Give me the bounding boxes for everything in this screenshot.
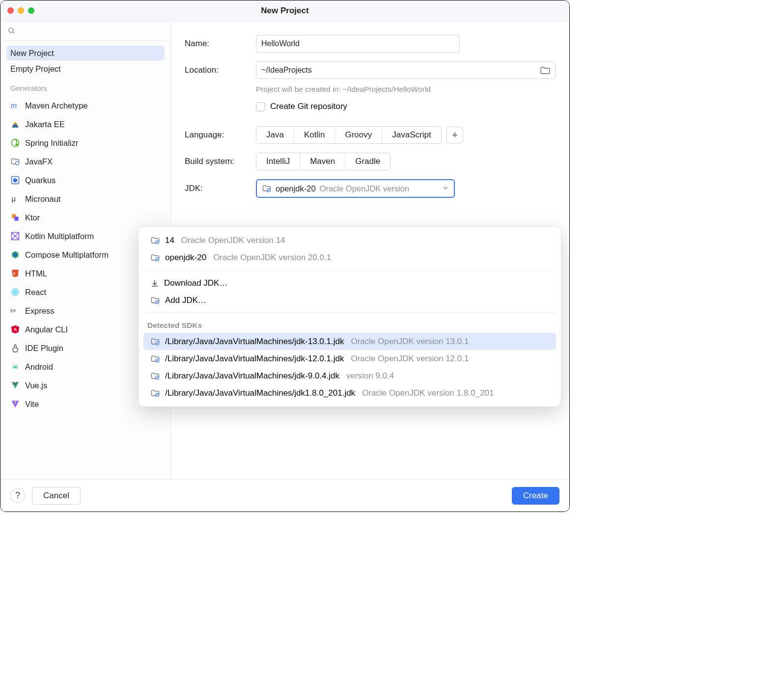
maximize-window-button[interactable] [28, 7, 34, 14]
generator-label: Vite [25, 400, 39, 409]
jdk-dropdown-popup: 14Oracle OpenJDK version 14openjdk-20Ora… [138, 226, 561, 407]
generator-label: Quarkus [25, 176, 56, 185]
sidebar-item-project[interactable]: New Project [6, 46, 165, 60]
react-icon [10, 287, 20, 297]
dialog-footer: ? Cancel Create [0, 479, 569, 512]
window-controls [7, 7, 34, 14]
search-bar[interactable] [0, 21, 170, 41]
jdk-icon [150, 371, 160, 381]
detected-sdk-option[interactable]: /Library/Java/JavaVirtualMachines/jdk-12… [143, 350, 556, 367]
svg-point-0 [9, 28, 13, 32]
micronaut-icon: μ [10, 194, 20, 204]
detected-sdks-header: Detected SDKs [140, 317, 559, 333]
svg-point-5 [16, 162, 19, 165]
generator-label: Maven Archetype [25, 101, 88, 110]
jdk-option[interactable]: 14Oracle OpenJDK version 14 [143, 232, 556, 249]
svg-point-22 [14, 367, 15, 368]
build-segmented: IntelliJMavenGradle [256, 153, 390, 170]
jdk-icon [150, 388, 160, 398]
jdk-icon [150, 354, 160, 364]
create-button[interactable]: Create [512, 487, 559, 505]
close-window-button[interactable] [7, 7, 14, 14]
svg-line-25 [17, 365, 18, 366]
ktor-icon [10, 213, 20, 222]
plus-icon [450, 131, 459, 139]
language-option[interactable]: Kotlin [294, 127, 335, 143]
compose-icon [10, 250, 20, 260]
download-jdk-item[interactable]: Download JDK… [143, 274, 556, 292]
sidebar-item-project[interactable]: Empty Project [6, 61, 165, 76]
svg-text:A: A [14, 327, 17, 332]
minimize-window-button[interactable] [18, 7, 24, 14]
jdk-label: JDK: [185, 184, 256, 193]
language-label: Language: [185, 130, 256, 140]
generator-label: Express [25, 306, 55, 316]
generator-label: Angular CLI [25, 325, 68, 334]
jdk-selected-name: openjdk-20 [276, 184, 316, 193]
build-option[interactable]: IntelliJ [256, 153, 300, 170]
location-hint: Project will be created in: ~/IdeaProjec… [256, 85, 556, 94]
language-option[interactable]: Java [256, 127, 294, 143]
generator-label: Micronaut [25, 194, 60, 204]
jdk-option[interactable]: openjdk-20Oracle OpenJDK version 20.0.1 [143, 249, 556, 266]
name-label: Name: [185, 39, 256, 49]
git-checkbox[interactable]: Create Git repository [256, 102, 556, 111]
detected-sdk-option[interactable]: /Library/Java/JavaVirtualMachines/jdk1.8… [143, 384, 556, 402]
jdk-icon [150, 296, 160, 305]
dropdown-separator [143, 270, 556, 270]
detected-sdk-option[interactable]: /Library/Java/JavaVirtualMachines/jdk-13… [143, 333, 556, 350]
location-label: Location: [185, 65, 256, 75]
download-icon [150, 279, 159, 288]
generator-label: Spring Initializr [25, 138, 78, 148]
browse-folder-button[interactable] [539, 65, 551, 77]
svg-point-4 [16, 144, 19, 146]
jdk-icon [150, 337, 160, 347]
plugin-icon [10, 343, 20, 353]
generator-item[interactable]: JavaFX [6, 152, 165, 171]
svg-point-18 [15, 292, 16, 293]
build-label: Build system: [185, 157, 256, 166]
language-option[interactable]: JavaScript [382, 127, 441, 143]
jdk-selected-desc: Oracle OpenJDK version [320, 184, 410, 193]
build-option[interactable]: Maven [300, 153, 345, 170]
generator-label: React [25, 288, 46, 297]
chevron-down-icon [442, 184, 449, 193]
generators-header: Generators [6, 77, 165, 96]
detected-sdk-option[interactable]: /Library/Java/JavaVirtualMachines/jdk-9.… [143, 367, 556, 384]
angular-icon: A [10, 324, 20, 334]
jdk-icon [150, 253, 160, 263]
add-jdk-item[interactable]: Add JDK… [143, 292, 556, 309]
location-input[interactable]: ~/IdeaProjects [256, 61, 556, 79]
language-option[interactable]: Groovy [335, 127, 382, 143]
svg-text:m: m [11, 101, 17, 109]
svg-point-23 [16, 367, 17, 368]
add-language-button[interactable] [446, 127, 463, 143]
name-input[interactable]: HelloWorld [256, 35, 460, 53]
jdk-dropdown[interactable]: openjdk-20 Oracle OpenJDK version [256, 179, 455, 198]
jakarta-icon [10, 119, 20, 129]
svg-line-1 [13, 32, 14, 33]
generator-item[interactable]: Quarkus [6, 171, 165, 189]
cancel-button[interactable]: Cancel [32, 487, 81, 505]
jdk-icon [150, 236, 160, 245]
svg-line-24 [13, 365, 14, 366]
generator-item[interactable]: mMaven Archetype [6, 96, 165, 115]
build-option[interactable]: Gradle [345, 153, 390, 170]
generator-item[interactable]: Ktor [6, 208, 165, 227]
help-button[interactable]: ? [10, 488, 25, 503]
javafx-icon [10, 157, 20, 166]
spring-icon [10, 138, 20, 148]
generator-label: Vue.js [25, 381, 47, 390]
generator-item[interactable]: Spring Initializr [6, 134, 165, 152]
dropdown-separator [143, 313, 556, 313]
generator-label: Jakarta EE [25, 120, 65, 129]
window-title: New Project [261, 6, 308, 16]
generator-label: Compose Multiplatform [25, 250, 109, 260]
generator-item[interactable]: Jakarta EE [6, 115, 165, 134]
generator-label: Kotlin Multiplatform [25, 232, 94, 241]
generator-item[interactable]: μMicronaut [6, 189, 165, 208]
quarkus-icon [10, 175, 20, 185]
express-icon: ex [10, 306, 20, 316]
vite-icon [10, 399, 20, 409]
generator-label: Ktor [25, 213, 40, 222]
